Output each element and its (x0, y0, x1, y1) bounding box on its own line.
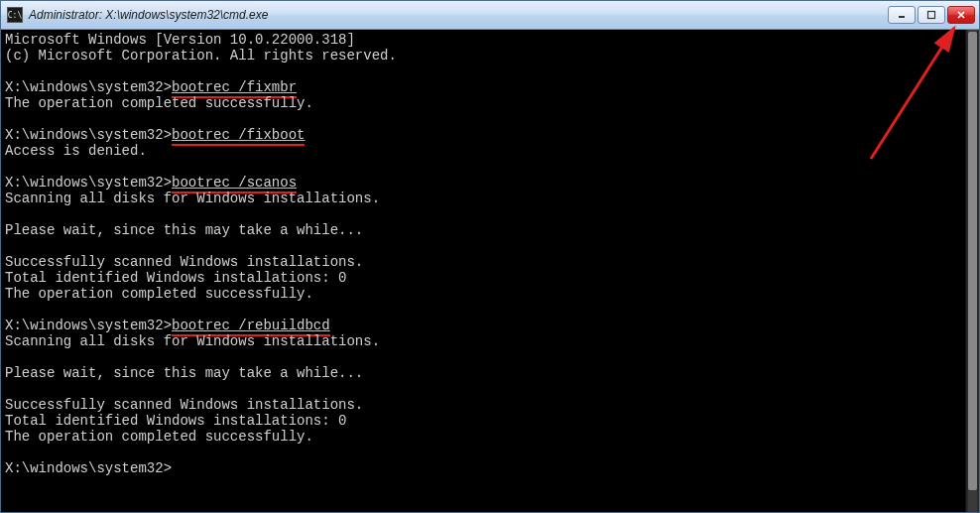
titlebar[interactable]: C:\ Administrator: X:\windows\system32\c… (1, 1, 979, 30)
minimize-icon (897, 10, 907, 20)
svg-rect-1 (928, 12, 935, 19)
prompt: X:\windows\system32> (5, 175, 172, 191)
window-title: Administrator: X:\windows\system32\cmd.e… (29, 8, 888, 22)
prompt: X:\windows\system32> (5, 79, 172, 95)
maximize-button[interactable] (918, 6, 945, 24)
cmd-window: C:\ Administrator: X:\windows\system32\c… (0, 0, 980, 513)
terminal-line: (c) Microsoft Corporation. All rights re… (5, 48, 397, 64)
prompt: X:\windows\system32> (5, 460, 172, 476)
terminal-line: Please wait, since this may take a while… (5, 222, 363, 238)
terminal-output[interactable]: Microsoft Windows [Version 10.0.22000.31… (1, 30, 965, 512)
close-button[interactable] (947, 6, 975, 24)
scrollbar[interactable] (965, 30, 979, 512)
terminal-line: Scanning all disks for Windows installat… (5, 191, 380, 206)
terminal-line: Total identified Windows installations: … (5, 413, 346, 429)
window-controls (888, 6, 975, 24)
minimize-button[interactable] (888, 6, 916, 24)
cmd-icon: C:\ (7, 7, 23, 23)
close-icon (956, 10, 966, 20)
terminal-line: Total identified Windows installations: … (5, 270, 346, 286)
prompt: X:\windows\system32> (5, 318, 172, 333)
terminal-line: The operation completed successfully. (5, 286, 313, 302)
terminal-line: Scanning all disks for Windows installat… (5, 333, 380, 349)
terminal-line: Microsoft Windows [Version 10.0.22000.31… (5, 32, 355, 48)
terminal-line: Access is denied. (5, 143, 147, 159)
terminal-line: The operation completed successfully. (5, 429, 313, 445)
scroll-thumb[interactable] (968, 32, 977, 490)
terminal-line: The operation completed successfully. (5, 95, 313, 111)
command-text: bootrec /fixboot (172, 127, 305, 146)
maximize-icon (926, 10, 936, 20)
terminal-line: Successfully scanned Windows installatio… (5, 397, 363, 413)
terminal-line: Successfully scanned Windows installatio… (5, 254, 363, 270)
terminal-line: Please wait, since this may take a while… (5, 365, 363, 381)
terminal-area: Microsoft Windows [Version 10.0.22000.31… (1, 30, 979, 512)
prompt: X:\windows\system32> (5, 127, 172, 143)
